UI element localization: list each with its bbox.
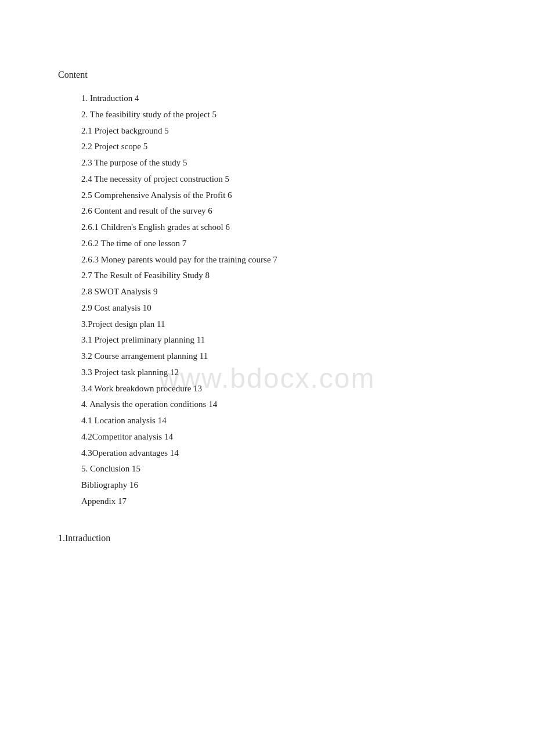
toc-item: 2.1 Project background 5	[81, 123, 476, 139]
table-of-contents: 1. Intraduction 42. The feasibility stud…	[81, 91, 476, 510]
toc-item: 3.4 Work breakdown procedure 13	[81, 381, 476, 397]
toc-item: 4.3Operation advantages 14	[81, 445, 476, 462]
toc-item: 2.5 Comprehensive Analysis of the Profit…	[81, 188, 476, 204]
section-heading-intro: 1.Intraduction	[58, 533, 476, 543]
toc-item: 3.1 Project preliminary planning 11	[81, 332, 476, 348]
toc-item: 2.2 Project scope 5	[81, 139, 476, 155]
toc-item: 2.3 The purpose of the study 5	[81, 155, 476, 171]
toc-item: 3.3 Project task planning 12	[81, 365, 476, 381]
toc-item: 3.2 Course arrangement planning 11	[81, 348, 476, 365]
toc-item: Appendix 17	[81, 494, 476, 510]
toc-item: Bibliography 16	[81, 477, 476, 494]
toc-item: 4.1 Location analysis 14	[81, 413, 476, 429]
content-heading: Content	[58, 70, 476, 80]
toc-item: 5. Conclusion 15	[81, 461, 476, 477]
toc-item: 2.9 Cost analysis 10	[81, 300, 476, 316]
toc-item: 2.6.1 Children's English grades at schoo…	[81, 219, 476, 236]
toc-item: 2.8 SWOT Analysis 9	[81, 284, 476, 300]
toc-item: 2. The feasibility study of the project …	[81, 107, 476, 123]
toc-item: 2.6 Content and result of the survey 6	[81, 203, 476, 219]
toc-item: 2.6.2 The time of one lesson 7	[81, 236, 476, 252]
toc-item: 4.2Competitor analysis 14	[81, 429, 476, 445]
toc-item: 2.4 The necessity of project constructio…	[81, 171, 476, 188]
toc-item: 1. Intraduction 4	[81, 91, 476, 107]
toc-item: 4. Analysis the operation conditions 14	[81, 397, 476, 413]
toc-item: 2.7 The Result of Feasibility Study 8	[81, 268, 476, 284]
document-page: www.bdocx.com Content 1. Intraduction 42…	[0, 0, 534, 756]
toc-item: 2.6.3 Money parents would pay for the tr…	[81, 252, 476, 268]
toc-item: 3.Project design plan 11	[81, 316, 476, 333]
